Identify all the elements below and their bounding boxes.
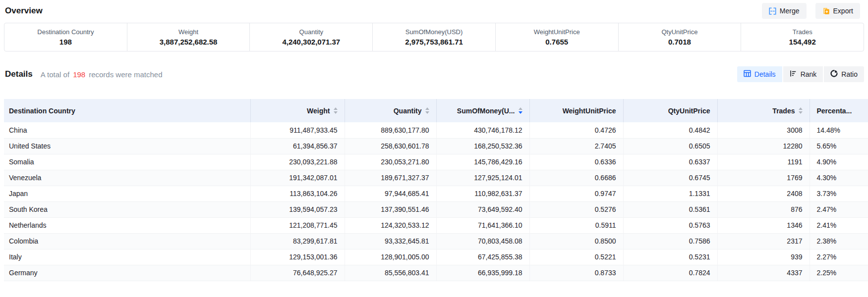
- stat-value: 2,975,753,861.71: [405, 38, 463, 46]
- country-cell: United States: [4, 138, 250, 154]
- column-label: Destination Country: [9, 107, 75, 115]
- value-cell: 66,935,999.18: [436, 265, 529, 281]
- column-header-qtyunitprice: QtyUnitPrice: [623, 99, 717, 122]
- caret-up-icon: [799, 107, 803, 110]
- value-cell: 258,630,601.78: [345, 138, 436, 154]
- column-header-quantity[interactable]: Quantity: [345, 99, 436, 122]
- view-button-details[interactable]: Details: [737, 66, 782, 82]
- value-cell: 2.27%: [810, 249, 868, 265]
- value-cell: 4337: [717, 265, 810, 281]
- country-cell: Netherlands: [4, 217, 250, 233]
- value-cell: 0.6337: [623, 154, 717, 170]
- details-bar: Details A total of198records were matche…: [5, 66, 864, 82]
- value-cell: 2.7405: [529, 138, 623, 154]
- caret-down-icon: [334, 111, 338, 114]
- stat-cell: Trades154,492: [741, 23, 864, 51]
- sort-carets-icon[interactable]: [519, 107, 522, 114]
- table-row: Netherlands121,208,771.45124,320,533.127…: [4, 217, 868, 233]
- country-cell: Venezuela: [4, 170, 250, 186]
- country-cell: Germany: [4, 265, 250, 281]
- value-cell: 0.5276: [529, 201, 623, 217]
- value-cell: 1346: [717, 217, 810, 233]
- stat-cell: Quantity4,240,302,071.37: [250, 23, 373, 51]
- stat-label: SumOfMoney(USD): [405, 28, 463, 36]
- country-cell: Colombia: [4, 233, 250, 249]
- value-cell: 0.8733: [529, 265, 623, 281]
- value-cell: 97,944,685.41: [345, 186, 436, 201]
- stat-label: Quantity: [299, 28, 323, 36]
- value-cell: 0.4842: [623, 122, 717, 138]
- value-cell: 0.5221: [529, 249, 623, 265]
- overview-stats-card: Destination Country198Weight3,887,252,68…: [4, 23, 864, 51]
- value-cell: 128,901,005.00: [345, 249, 436, 265]
- sort-carets-icon[interactable]: [334, 107, 338, 114]
- value-cell: 0.5361: [623, 201, 717, 217]
- value-cell: 230,093,221.88: [250, 154, 345, 170]
- table-row: Colombia83,299,617.8193,332,645.8170,803…: [4, 233, 868, 249]
- value-cell: 70,803,458.08: [436, 233, 529, 249]
- column-label: Trades: [772, 107, 795, 115]
- table-grid-icon: [744, 70, 751, 79]
- caret-up-icon: [519, 107, 522, 110]
- topbar-actions: Merge Export: [762, 3, 860, 19]
- pie-chart-icon: [830, 70, 838, 79]
- value-cell: 145,786,429.16: [436, 154, 529, 170]
- column-label: Percenta...: [817, 107, 852, 115]
- value-cell: 3008: [717, 122, 810, 138]
- value-cell: 0.9747: [529, 186, 623, 201]
- value-cell: 137,390,551.46: [345, 201, 436, 217]
- table-header-row: Destination CountryWeightQuantitySumOfMo…: [4, 99, 868, 122]
- view-button-label: Ratio: [841, 70, 858, 78]
- value-cell: 1.1331: [623, 186, 717, 201]
- value-cell: 121,208,771.45: [250, 217, 345, 233]
- sort-carets-icon[interactable]: [799, 107, 803, 114]
- stat-value: 0.7655: [545, 38, 568, 46]
- merge-button[interactable]: Merge: [762, 3, 807, 19]
- value-cell: 4.30%: [810, 170, 868, 186]
- details-table-wrap: Destination CountryWeightQuantitySumOfMo…: [4, 99, 868, 281]
- column-header-sumofmoney-u[interactable]: SumOfMoney(U...: [436, 99, 529, 122]
- stat-cell: Destination Country198: [4, 23, 127, 51]
- summary-prefix: A total of: [41, 70, 69, 79]
- value-cell: 0.6686: [529, 170, 623, 186]
- view-button-rank[interactable]: Rank: [783, 66, 823, 82]
- value-cell: 14.48%: [810, 122, 868, 138]
- column-header-weightunitprice: WeightUnitPrice: [529, 99, 623, 122]
- column-label: Weight: [307, 107, 330, 115]
- value-cell: 113,863,104.26: [250, 186, 345, 201]
- stat-value: 3,887,252,682.58: [160, 38, 218, 46]
- summary-suffix: records were matched: [89, 70, 162, 79]
- stat-value: 154,492: [789, 38, 816, 46]
- caret-up-icon: [425, 107, 429, 110]
- export-button[interactable]: Export: [815, 3, 860, 19]
- column-label: WeightUnitPrice: [563, 107, 616, 115]
- value-cell: 0.5911: [529, 217, 623, 233]
- value-cell: 0.6336: [529, 154, 623, 170]
- value-cell: 0.8500: [529, 233, 623, 249]
- value-cell: 889,630,177.80: [345, 122, 436, 138]
- rank-bars-icon: [790, 70, 797, 79]
- value-cell: 61,394,856.37: [250, 138, 345, 154]
- column-header-weight[interactable]: Weight: [250, 99, 345, 122]
- value-cell: 2.47%: [810, 201, 868, 217]
- column-header-trades[interactable]: Trades: [717, 99, 810, 122]
- table-row: Japan113,863,104.2697,944,685.41110,982,…: [4, 186, 868, 201]
- value-cell: 73,649,592.40: [436, 201, 529, 217]
- value-cell: 2408: [717, 186, 810, 201]
- sort-carets-icon[interactable]: [425, 107, 429, 114]
- table-row: Italy129,153,001.36128,901,005.0067,425,…: [4, 249, 868, 265]
- country-cell: Japan: [4, 186, 250, 201]
- details-title: Details: [5, 69, 33, 79]
- value-cell: 2317: [717, 233, 810, 249]
- top-bar: Overview Merge Export: [0, 0, 868, 22]
- page-title: Overview: [5, 6, 43, 16]
- stat-cell: QtyUnitPrice0.7018: [619, 23, 742, 51]
- export-button-label: Export: [833, 7, 853, 15]
- table-row: United States61,394,856.37258,630,601.78…: [4, 138, 868, 154]
- value-cell: 876: [717, 201, 810, 217]
- value-cell: 110,982,631.37: [436, 186, 529, 201]
- column-label: QtyUnitPrice: [668, 107, 710, 115]
- caret-up-icon: [334, 107, 338, 110]
- column-header-percenta: Percenta...: [810, 99, 868, 122]
- view-button-ratio[interactable]: Ratio: [824, 66, 864, 82]
